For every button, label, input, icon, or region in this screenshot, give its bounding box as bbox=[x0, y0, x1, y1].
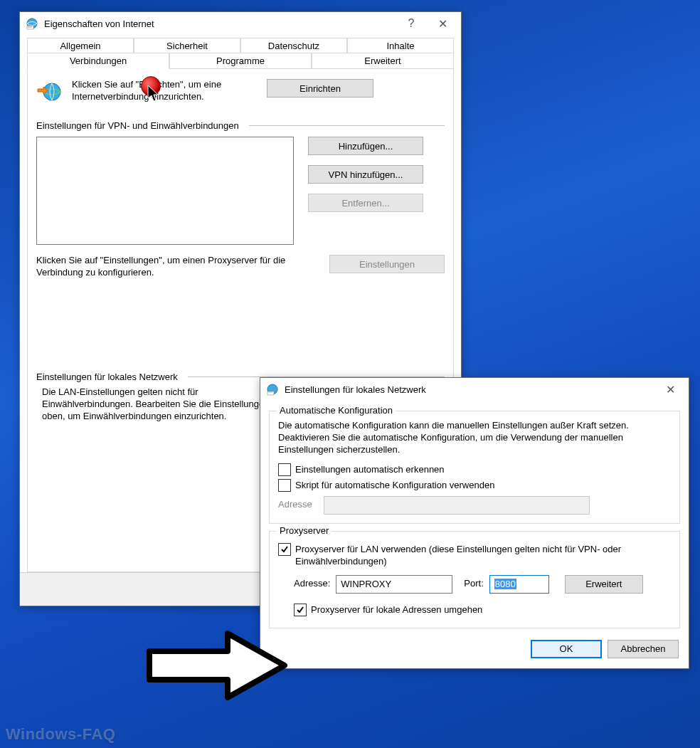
lan-window-title: Einstellungen für lokales Netzwerk bbox=[285, 384, 654, 395]
auto-config-desc: Die automatische Konfiguration kann die … bbox=[278, 420, 671, 456]
cursor-icon bbox=[147, 85, 161, 105]
remove-button: Entfernen... bbox=[308, 194, 423, 212]
auto-detect-checkbox-row[interactable]: Einstellungen automatisch erkennen bbox=[278, 463, 671, 476]
lan-close-button[interactable]: ✕ bbox=[654, 379, 686, 399]
tab-verbindungen[interactable]: Verbindungen bbox=[27, 53, 169, 69]
titlebar[interactable]: Eigenschaften von Internet ? ✕ bbox=[20, 12, 461, 35]
add-vpn-button[interactable]: VPN hinzufügen... bbox=[308, 165, 423, 184]
proxy-use-checkbox-row[interactable]: Proxyserver für LAN verwenden (diese Ein… bbox=[278, 543, 671, 568]
vpn-section-label: Einstellungen für VPN- und Einwählverbin… bbox=[36, 120, 239, 131]
add-button[interactable]: Hinzufügen... bbox=[308, 137, 423, 155]
auto-script-checkbox[interactable] bbox=[278, 479, 291, 492]
proxy-use-label: Proxyserver für LAN verwenden (diese Ein… bbox=[295, 543, 671, 568]
tab-erweitert[interactable]: Erweitert bbox=[312, 53, 454, 69]
lan-hint-text: Die LAN-Einstellungen gelten nicht für E… bbox=[36, 386, 277, 423]
bypass-local-label: Proxyserver für lokale Adressen umgehen bbox=[311, 604, 482, 616]
dialup-connections-listbox[interactable] bbox=[36, 137, 294, 245]
auto-config-group: Automatische Konfiguration Die automatis… bbox=[269, 411, 680, 524]
proxy-address-label: Adresse: bbox=[294, 578, 330, 590]
lan-cancel-button[interactable]: Abbrechen bbox=[608, 640, 679, 658]
globe-setup-icon bbox=[36, 79, 62, 105]
bypass-local-checkbox[interactable] bbox=[294, 604, 307, 616]
watermark-text: Windows-FAQ bbox=[6, 725, 115, 744]
proxy-hint-text: Klicken Sie auf "Einstellungen", um eine… bbox=[36, 255, 315, 279]
auto-detect-label: Einstellungen automatisch erkennen bbox=[295, 463, 445, 476]
internet-options-icon bbox=[266, 383, 279, 396]
auto-config-legend: Automatische Konfiguration bbox=[277, 405, 396, 416]
proxy-use-checkbox[interactable] bbox=[278, 543, 291, 556]
proxy-port-input[interactable]: 8080 bbox=[489, 575, 549, 594]
script-address-label: Adresse bbox=[278, 499, 318, 511]
lan-dialog-footer: OK Abbrechen bbox=[260, 631, 689, 668]
tab-allgemein[interactable]: Allgemein bbox=[27, 38, 134, 53]
proxy-address-input[interactable] bbox=[336, 575, 452, 594]
auto-script-label: Skript für automatische Konfiguration ve… bbox=[295, 479, 494, 492]
auto-detect-checkbox[interactable] bbox=[278, 463, 291, 476]
proxy-port-value: 8080 bbox=[494, 579, 516, 589]
proxy-advanced-button[interactable]: Erweitert bbox=[565, 575, 643, 594]
script-address-input bbox=[324, 496, 590, 515]
close-button[interactable]: ✕ bbox=[427, 14, 458, 33]
window-title: Eigenschaften von Internet bbox=[44, 19, 396, 29]
bypass-local-checkbox-row[interactable]: Proxyserver für lokale Adressen umgehen bbox=[294, 604, 671, 616]
tab-datenschutz[interactable]: Datenschutz bbox=[240, 38, 347, 53]
proxy-group: Proxyserver Proxyserver für LAN verwende… bbox=[269, 531, 680, 628]
setup-hint-text: Klicken Sie auf "Einrichten", um eine In… bbox=[72, 79, 257, 103]
lan-settings-window: Einstellungen für lokales Netzwerk ✕ Aut… bbox=[260, 377, 689, 669]
lan-titlebar[interactable]: Einstellungen für lokales Netzwerk ✕ bbox=[260, 378, 689, 401]
proxy-legend: Proxyserver bbox=[277, 525, 332, 536]
proxy-port-label: Port: bbox=[464, 578, 483, 590]
connection-settings-button: Einstellungen bbox=[329, 255, 445, 273]
internet-options-icon bbox=[26, 17, 38, 30]
setup-button[interactable]: Einrichten bbox=[267, 79, 373, 98]
lan-section-label: Einstellungen für lokales Netzwerk bbox=[36, 372, 178, 382]
lan-ok-button[interactable]: OK bbox=[531, 640, 602, 658]
tab-inhalte[interactable]: Inhalte bbox=[347, 38, 454, 53]
help-button[interactable]: ? bbox=[396, 14, 427, 33]
auto-script-checkbox-row[interactable]: Skript für automatische Konfiguration ve… bbox=[278, 479, 671, 492]
tab-sicherheit[interactable]: Sicherheit bbox=[134, 38, 240, 53]
tab-programme[interactable]: Programme bbox=[169, 53, 312, 69]
